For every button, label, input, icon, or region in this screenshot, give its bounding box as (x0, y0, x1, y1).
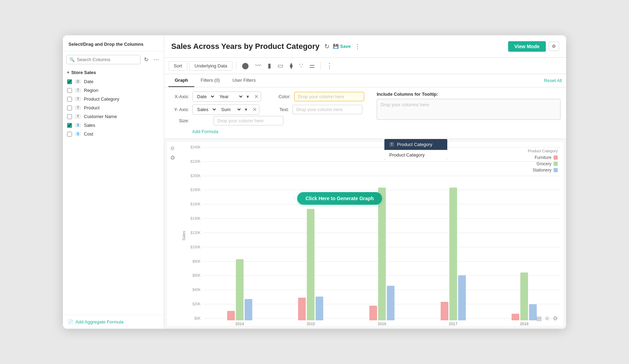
legend-item-furniture: Furniture (528, 155, 558, 160)
add-formula-button[interactable]: Add Formula (192, 129, 218, 134)
area-chart-icon[interactable]: ⧫ (288, 60, 295, 71)
y-axis-remove-button[interactable]: ✕ (250, 106, 259, 113)
search-input[interactable] (77, 57, 137, 62)
bar-grocery-2017 (449, 188, 457, 320)
y-axis-col-select[interactable]: Sales (193, 105, 217, 114)
table-chart-icon[interactable]: ⚌ (307, 60, 317, 71)
y-axis-dropdown-icon: ▼ (242, 107, 250, 112)
x-label-2014: 2014 (204, 322, 275, 326)
view-mode-button[interactable]: View Mode (508, 41, 546, 52)
sidebar-column-date[interactable]: DDate (66, 77, 160, 86)
sidebar-column-customer_name[interactable]: TCustomer Name (66, 112, 160, 121)
y-axis-chart-label: Sales (182, 231, 186, 241)
tab-filters[interactable]: Filters (0) (194, 74, 226, 87)
tab-user-filters[interactable]: User Filters (226, 74, 262, 87)
x-axis-agg-select[interactable]: Year Month Quarter (215, 92, 244, 101)
more-options-icon[interactable]: ⋯ (152, 56, 160, 64)
grid-label: $20K (187, 302, 201, 306)
dropdown-bottom-label[interactable]: Product Category (384, 150, 447, 160)
line-chart-icon[interactable]: 〰 (253, 61, 263, 71)
color-label: Color: (272, 94, 291, 99)
x-axis-col-select[interactable]: Date (193, 92, 215, 101)
bar-group-2014 (204, 259, 275, 320)
chart-column-sort-icon[interactable]: ▤ (536, 315, 542, 322)
underlying-data-button[interactable]: Underlying Data (189, 61, 232, 71)
col-type-cost: S (75, 132, 81, 136)
bar-stationery-2017 (458, 275, 466, 320)
scatter-chart-icon[interactable]: ∵ (297, 60, 305, 71)
column-chart-icon[interactable]: ▭ (275, 60, 285, 71)
grid-label: $100K (187, 245, 201, 249)
legend-label: Furniture (535, 155, 551, 160)
sidebar-column-region[interactable]: TRegion (66, 86, 160, 95)
settings-icon[interactable]: ⚙ (549, 42, 559, 51)
chart-filter-icon[interactable]: ⛭ (170, 145, 175, 152)
add-aggregate-formula-button[interactable]: 📄 Add Aggregate Formula (68, 319, 123, 325)
bar-group-2017 (418, 188, 489, 320)
legend-item-stationery: Stationery (528, 168, 558, 173)
chart-body: $240K$220K$200K$180K$160K$140K$120K$100K… (187, 145, 560, 326)
bar-chart-icon[interactable]: ▮ (266, 60, 273, 71)
col-type-sales: S (75, 123, 81, 128)
column-list: DDateTRegionTProduct CategoryTProductTCu… (66, 77, 160, 138)
bar-furniture-2015 (298, 298, 306, 320)
bar-furniture-2016 (369, 306, 377, 320)
more-chart-options-icon[interactable]: ⋮ (324, 60, 335, 71)
sidebar-column-cost[interactable]: SCost (66, 130, 160, 138)
top-bar-left: Sales Across Years by Product Category ↻… (171, 42, 361, 51)
color-drop-zone[interactable]: Drop your column here (294, 92, 364, 101)
tooltip-drop-zone[interactable]: Drop your columns here (377, 99, 561, 120)
grid-label: $160K (187, 202, 201, 206)
tab-graph[interactable]: Graph (168, 74, 194, 87)
grid-label: $140K (187, 217, 201, 220)
grid-label: $60K (187, 274, 201, 277)
legend-title: Product Category (528, 149, 558, 153)
x-axis-dropdown-icon: ▼ (244, 94, 252, 99)
col-checkbox-customer_name[interactable] (67, 114, 72, 119)
circle-chart-icon[interactable]: ⬤ (240, 60, 251, 71)
sidebar-column-product[interactable]: TProduct (66, 103, 160, 112)
chart-settings-icon[interactable]: ⚙ (170, 154, 175, 161)
col-checkbox-region[interactable] (67, 88, 72, 93)
col-name-date: Date (84, 79, 93, 84)
refresh-chart-icon[interactable]: ↻ (324, 42, 330, 51)
save-button[interactable]: 💾 Save (333, 44, 350, 49)
chart-filter-bottom-icon[interactable]: ⛭ (544, 315, 550, 322)
col-name-sales: Sales (84, 123, 95, 128)
sidebar-column-product_category[interactable]: TProduct Category (66, 95, 160, 103)
y-axis-agg-select[interactable]: Sum Avg Count (217, 105, 242, 114)
x-axis-remove-button[interactable]: ✕ (252, 93, 261, 100)
bars-container (204, 145, 560, 320)
reset-all-button[interactable]: Reset All (544, 78, 562, 83)
legend-dot (554, 168, 558, 172)
toolbar-separator-2 (320, 62, 321, 70)
legend-label: Stationery (533, 168, 551, 173)
legend-label: Grocery (536, 161, 551, 166)
col-type-product_category: T (75, 97, 81, 101)
bar-grocery-2018 (520, 272, 528, 320)
refresh-icon[interactable]: ↻ (143, 56, 150, 64)
size-drop-zone[interactable]: Drop your column here (214, 116, 283, 125)
col-type-product: T (75, 105, 81, 110)
store-title[interactable]: ▼ Store Sales (66, 68, 160, 77)
sidebar-column-sales[interactable]: SSales (66, 121, 160, 130)
text-drop-zone[interactable]: Drop your column here (292, 105, 362, 114)
x-label-2018: 2018 (489, 322, 560, 326)
x-label-2015: 2015 (275, 322, 347, 326)
col-type-date: D (75, 79, 81, 84)
col-checkbox-product[interactable] (67, 105, 72, 110)
grid-label: $180K (187, 188, 201, 192)
chart-settings-bottom-icon[interactable]: ⚙ (553, 315, 558, 322)
generate-graph-button[interactable]: Click Here to Generate Graph (297, 192, 382, 205)
col-checkbox-cost[interactable] (67, 132, 72, 137)
chart-left-icons: ⛭ ⚙ (167, 142, 178, 326)
content-area: X-Axis: Date Year Month Quarter (164, 87, 566, 329)
page-title: Sales Across Years by Product Category (171, 42, 319, 51)
bar-furniture-2017 (441, 302, 448, 320)
more-options-button[interactable]: ⋮ (354, 42, 361, 51)
col-checkbox-sales[interactable] (67, 123, 72, 128)
dropdown-product-category-item[interactable]: T Product Category (384, 139, 447, 150)
col-checkbox-date[interactable] (67, 79, 72, 84)
col-checkbox-product_category[interactable] (67, 97, 72, 102)
sort-button[interactable]: Sort (168, 61, 187, 71)
